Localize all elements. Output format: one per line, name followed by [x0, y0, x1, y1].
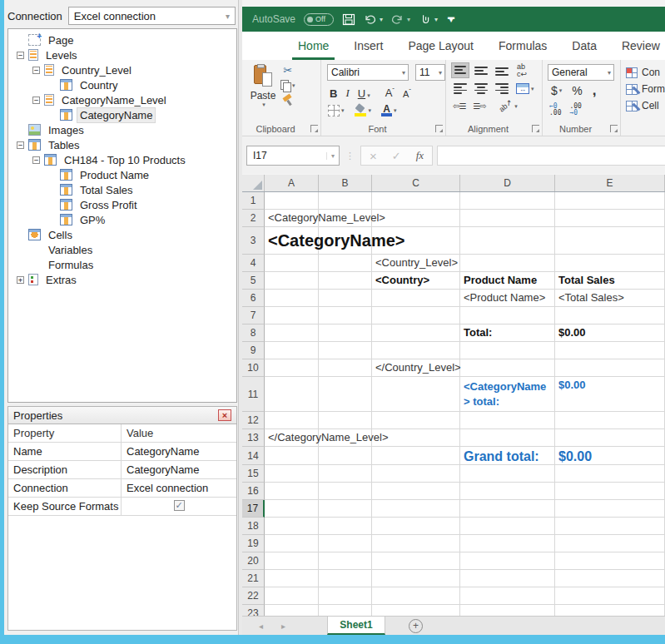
- tree-item-categoryname-level[interactable]: −CategoryName_Level: [8, 92, 236, 107]
- cell-D22[interactable]: [460, 587, 555, 605]
- cell-A2[interactable]: <CategoryName_Level>: [265, 210, 319, 227]
- row-header-9[interactable]: 9: [242, 342, 265, 359]
- cell-C22[interactable]: [372, 587, 460, 605]
- cell-A5[interactable]: [265, 272, 319, 290]
- tree-item-country[interactable]: Country: [8, 77, 236, 92]
- property-row-keep-source-formats[interactable]: Keep Source Formats✓: [8, 498, 236, 516]
- property-row-description[interactable]: DescriptionCategoryName: [8, 461, 236, 479]
- cell-B16[interactable]: [319, 483, 372, 500]
- cell-D13[interactable]: [460, 429, 555, 447]
- cell-C16[interactable]: [372, 483, 460, 500]
- copy-button[interactable]: ▾: [280, 80, 295, 91]
- cell-D3[interactable]: [460, 227, 555, 255]
- cell-C11[interactable]: [372, 377, 460, 412]
- cell-E3[interactable]: [555, 227, 665, 255]
- row-header-1[interactable]: 1: [242, 192, 265, 210]
- collapse-icon[interactable]: −: [32, 67, 40, 74]
- formula-bar-handle[interactable]: ⋮: [345, 151, 355, 161]
- cell-C15[interactable]: [372, 465, 460, 483]
- cell-A21[interactable]: [265, 570, 319, 587]
- cell-E11[interactable]: $0.00: [555, 377, 665, 412]
- tree-item-gp-[interactable]: GP%: [8, 212, 236, 227]
- ribbon-tab-insert[interactable]: Insert: [341, 32, 395, 60]
- column-header-b[interactable]: B: [319, 175, 372, 191]
- row-header-8[interactable]: 8: [242, 324, 265, 342]
- bold-button[interactable]: B: [330, 87, 337, 100]
- cell-B6[interactable]: [319, 290, 372, 307]
- row-header-10[interactable]: 10: [242, 359, 265, 377]
- comma-style-button[interactable]: ,: [593, 87, 597, 95]
- decrease-indent-button[interactable]: ⇦☰: [453, 102, 465, 111]
- row-header-7[interactable]: 7: [242, 307, 265, 324]
- sheet-nav-left-icon[interactable]: ◂: [259, 622, 263, 631]
- cell-D19[interactable]: [460, 535, 555, 552]
- connection-select[interactable]: Excel connection ▾: [68, 7, 236, 25]
- tree-item-country-level[interactable]: −Country_Level: [8, 62, 236, 77]
- cell-E12[interactable]: [555, 412, 665, 429]
- cell-E17[interactable]: [555, 500, 665, 518]
- column-header-d[interactable]: D: [460, 175, 555, 191]
- cell-E8[interactable]: $0.00: [555, 324, 665, 342]
- cell-E2[interactable]: [555, 210, 665, 227]
- top-align-button[interactable]: [451, 62, 469, 78]
- decrease-font-size-button[interactable]: Aˇ: [403, 87, 411, 99]
- cell-D2[interactable]: [460, 210, 555, 227]
- font-name-select[interactable]: Calibri▾: [327, 64, 409, 81]
- cell-A13[interactable]: </CategoryName_Level>: [265, 429, 319, 447]
- autosave-toggle[interactable]: Off: [304, 13, 334, 26]
- row-header-6[interactable]: 6: [242, 290, 265, 307]
- cell-B18[interactable]: [319, 518, 372, 535]
- cell-D17[interactable]: [460, 500, 555, 518]
- tree-item-images[interactable]: Images: [8, 122, 236, 137]
- cell-B21[interactable]: [319, 570, 372, 587]
- cell-B8[interactable]: [319, 324, 372, 342]
- cell-B20[interactable]: [319, 552, 372, 570]
- cell-D4[interactable]: [460, 255, 555, 272]
- cell-E1[interactable]: [555, 192, 665, 210]
- borders-button[interactable]: ▾: [328, 105, 345, 116]
- number-format-select[interactable]: General▾: [548, 64, 614, 81]
- italic-button[interactable]: I: [345, 87, 349, 100]
- checkbox-checked-icon[interactable]: ✓: [174, 500, 185, 511]
- new-sheet-button[interactable]: +: [409, 619, 423, 633]
- cell-C1[interactable]: [372, 192, 460, 210]
- cell-A22[interactable]: [265, 587, 319, 605]
- cell-A16[interactable]: [265, 483, 319, 500]
- center-button[interactable]: [472, 81, 490, 97]
- cell-E9[interactable]: [555, 342, 665, 359]
- increase-font-size-button[interactable]: Aˆ: [385, 87, 395, 99]
- paste-button[interactable]: Paste ▾: [249, 64, 277, 116]
- merge-center-button[interactable]: ↔▾: [516, 83, 534, 94]
- sheet-tab-sheet1[interactable]: Sheet1: [327, 617, 385, 635]
- middle-align-button[interactable]: [472, 62, 490, 78]
- cell-A20[interactable]: [265, 552, 319, 570]
- cell-B12[interactable]: [319, 412, 372, 429]
- sheet-nav-right-icon[interactable]: ▸: [281, 622, 285, 631]
- cell-E22[interactable]: [555, 587, 665, 605]
- customize-quick-access-toolbar-button[interactable]: ▬▾: [448, 16, 454, 22]
- property-row-name[interactable]: NameCategoryName: [8, 443, 236, 461]
- cell-E20[interactable]: [555, 552, 665, 570]
- cell-C10[interactable]: </Country_Level>: [372, 359, 460, 377]
- tree-item-levels[interactable]: −Levels: [8, 47, 236, 62]
- cell-C12[interactable]: [372, 412, 460, 429]
- ribbon-tab-review[interactable]: Review: [609, 32, 665, 60]
- cell-A12[interactable]: [265, 412, 319, 429]
- font-size-select[interactable]: 11▾: [415, 64, 445, 81]
- name-box[interactable]: I17 ▾: [246, 146, 340, 166]
- cell-E6[interactable]: <Total Sales>: [555, 290, 665, 307]
- save-button[interactable]: [342, 13, 355, 26]
- percent-style-button[interactable]: %: [572, 84, 582, 97]
- accounting-format-button[interactable]: $▾: [551, 84, 562, 97]
- row-header-15[interactable]: 15: [242, 465, 265, 483]
- orientation-button[interactable]: ab↗▾: [499, 102, 518, 110]
- row-header-13[interactable]: 13: [242, 429, 265, 447]
- redo-button[interactable]: ▾: [391, 14, 410, 25]
- tree-item-categoryname[interactable]: CategoryName: [8, 107, 236, 122]
- cell-D16[interactable]: [460, 483, 555, 500]
- enter-icon[interactable]: ✓: [392, 150, 401, 162]
- cell-A11[interactable]: [265, 377, 319, 412]
- increase-indent-button[interactable]: ☰⇨: [473, 102, 485, 111]
- cell-A6[interactable]: [265, 290, 319, 307]
- cell-D14[interactable]: Grand total:: [460, 447, 555, 465]
